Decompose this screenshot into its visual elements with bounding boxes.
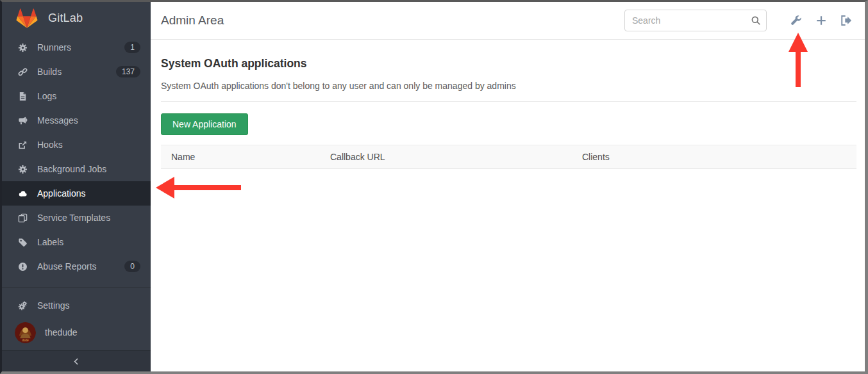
sidebar-item-label: Settings [37,300,140,311]
search-icon [751,15,761,26]
divider [161,101,856,102]
sidebar-item-label: Labels [37,237,140,247]
sidebar-item-label: Builds [37,67,116,77]
column-header-callback-url: Callback URL [320,152,572,162]
copy-icon [17,213,28,223]
sidebar-item-applications[interactable]: Applications [2,181,151,206]
sidebar-item-labels[interactable]: Labels [2,230,151,254]
header-bar: Admin Area [151,2,865,40]
sidebar-item-builds[interactable]: Builds 137 [2,60,151,84]
column-header-clients: Clients [572,152,856,162]
sidebar-nav: Runners 1 Builds 137 [2,35,151,347]
search-input[interactable] [624,10,767,31]
sidebar-item-logs[interactable]: Logs [2,84,151,108]
gitlab-home-link[interactable]: GitLab [2,2,151,34]
sidebar-item-current-user[interactable]: dude thedude [2,318,151,347]
sidebar-item-label: Applications [37,188,140,199]
table-header-row: Name Callback URL Clients [161,145,856,169]
sidebar-item-runners[interactable]: Runners 1 [2,35,151,60]
sidebar-item-messages[interactable]: Messages [2,108,151,133]
svg-text:dude: dude [22,337,29,341]
username-label: thedude [45,327,78,337]
sidebar-item-settings[interactable]: Settings [2,293,151,318]
admin-wrench-icon[interactable] [790,15,802,26]
sidebar-item-abuse-reports[interactable]: Abuse Reports 0 [2,254,151,279]
external-link-icon [17,140,28,150]
sidebar-item-label: Logs [37,91,140,101]
sidebar-item-label: Abuse Reports [37,261,124,272]
new-application-button[interactable]: New Application [161,113,248,135]
content-area: Admin Area [151,2,865,371]
screenshot-frame: GitLab Runners 1 Builds 137 [0,0,868,374]
sidebar-item-label: Messages [37,115,140,126]
sidebar: GitLab Runners 1 Builds 137 [2,2,151,371]
column-header-name: Name [161,152,320,162]
section-title: System OAuth applications [161,57,856,70]
count-badge: 1 [124,42,140,53]
bullhorn-icon [17,115,28,126]
oauth-applications-table: Name Callback URL Clients [161,145,856,169]
chevron-left-icon [72,357,81,366]
count-badge: 137 [116,66,140,77]
cog-icon [17,164,28,174]
gitlab-tanuki-icon [16,8,38,29]
sidebar-divider [2,287,151,288]
count-badge: 0 [124,261,140,272]
search-box [624,10,767,31]
sidebar-item-service-templates[interactable]: Service Templates [2,206,151,230]
sidebar-item-label: Hooks [37,140,140,150]
tag-icon [17,237,28,247]
sidebar-item-hooks[interactable]: Hooks [2,133,151,157]
link-icon [17,67,28,77]
cloud-icon [17,188,28,199]
sidebar-item-background-jobs[interactable]: Background Jobs [2,157,151,181]
cogs-icon [17,300,28,311]
sidebar-collapse-button[interactable] [2,350,151,371]
cog-icon [17,42,28,53]
new-plus-icon[interactable] [815,15,827,26]
file-icon [17,91,28,101]
section-description: System OAuth applications don't belong t… [161,81,856,91]
sidebar-item-label: Runners [37,42,124,53]
exclamation-circle-icon [17,261,28,272]
sidebar-item-label: Background Jobs [37,164,140,174]
sign-out-icon[interactable] [840,15,852,26]
sidebar-item-label: Service Templates [37,213,140,223]
user-avatar: dude [15,322,36,343]
page-title: Admin Area [161,13,224,28]
brand-name: GitLab [48,12,83,25]
main-panel: System OAuth applications System OAuth a… [151,40,865,371]
